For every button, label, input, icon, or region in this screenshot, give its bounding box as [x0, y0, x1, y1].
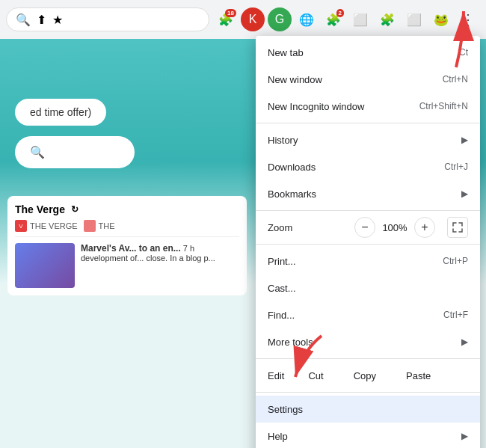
find-label: Find... — [268, 310, 443, 321]
browser-toolbar: 🔍 ⬆ ★ 🧩18 K G 🌐 🧩2 ⬜ 🧩 ⬜ 🐸 ⋮ — [0, 0, 486, 39]
verge-tab-2-label: THE — [99, 221, 115, 230]
cast-label: Cast... — [268, 283, 468, 294]
menu-item-settings[interactable]: Settings — [256, 396, 480, 423]
verge-tabs: V THE VERGE THE — [15, 220, 239, 237]
extension-icon-7[interactable]: 🧩 — [375, 7, 399, 31]
zoom-label: Zoom — [268, 222, 354, 233]
verge-logo: V — [15, 220, 27, 232]
limited-offer-text: ed time offer) — [30, 106, 91, 118]
divider-1 — [256, 123, 480, 123]
context-menu: New tab Ct New window Ctrl+N New Incogni… — [256, 36, 480, 448]
settings-label: Settings — [268, 404, 468, 415]
zoom-row: Zoom − 100% + — [256, 214, 480, 241]
verge-tab-1-label: THE VERGE — [30, 221, 78, 230]
more-tools-label: More tools — [268, 337, 461, 348]
bookmark-icon: ★ — [52, 13, 63, 27]
zoom-controls: − 100% + — [354, 217, 468, 238]
zoom-minus-button[interactable]: − — [354, 217, 375, 238]
menu-item-new-tab[interactable]: New tab Ct — [256, 39, 480, 66]
verge-header: The Verge ↻ — [15, 203, 239, 215]
verge-tab2-logo — [84, 220, 96, 232]
extension-icon-8[interactable]: ⬜ — [402, 7, 426, 31]
bookmarks-arrow-icon: ▶ — [461, 188, 468, 199]
edit-label: Edit — [268, 370, 284, 381]
extension-icon-1[interactable]: 🧩18 — [214, 7, 238, 31]
menu-item-bookmarks[interactable]: Bookmarks ▶ — [256, 180, 480, 207]
menu-item-more-tools[interactable]: More tools ▶ — [256, 328, 480, 355]
print-label: Print... — [268, 256, 443, 267]
new-window-label: New window — [268, 74, 443, 85]
divider-2 — [256, 210, 480, 211]
incognito-label: New Incognito window — [268, 101, 419, 112]
zoom-plus-button[interactable]: + — [414, 217, 435, 238]
divider-3 — [256, 244, 480, 245]
cut-button[interactable]: Cut — [296, 367, 335, 384]
zoom-icon: 🔍 — [16, 13, 31, 27]
edit-row: Edit Cut Copy Paste — [256, 362, 480, 389]
toolbar-icons: 🧩18 K G 🌐 🧩2 ⬜ 🧩 ⬜ 🐸 ⋮ — [214, 7, 480, 31]
verge-tab-1[interactable]: V THE VERGE — [15, 220, 78, 232]
menu-item-print[interactable]: Print... Ctrl+P — [256, 248, 480, 274]
article-row: Marvel's Av... to an en... 7 h developme… — [15, 243, 239, 288]
address-bar[interactable]: 🔍 ⬆ ★ — [6, 7, 209, 31]
zoom-value: 100% — [381, 222, 408, 233]
help-arrow-icon: ▶ — [461, 431, 468, 441]
print-shortcut: Ctrl+P — [443, 256, 468, 266]
new-tab-label: New tab — [268, 47, 459, 58]
menu-item-cast[interactable]: Cast... — [256, 274, 480, 301]
verge-tab-2[interactable]: THE — [84, 220, 115, 232]
extension-icon-6[interactable]: ⬜ — [348, 7, 372, 31]
verge-section: The Verge ↻ V THE VERGE THE Marvel's Av.… — [7, 196, 247, 295]
menu-button[interactable]: ⋮ — [456, 7, 480, 31]
share-icon: ⬆ — [37, 13, 46, 27]
extension-badge-1: 18 — [225, 9, 236, 17]
verge-title: The Verge — [15, 203, 65, 215]
extension-icon-3[interactable]: G — [268, 7, 292, 31]
menu-item-downloads[interactable]: Downloads Ctrl+J — [256, 153, 480, 180]
article-meta: 7 h — [183, 244, 194, 253]
menu-item-history[interactable]: History ▶ — [256, 126, 480, 153]
menu-item-incognito[interactable]: New Incognito window Ctrl+Shift+N — [256, 93, 480, 120]
paste-button[interactable]: Paste — [394, 367, 443, 384]
menu-item-new-window[interactable]: New window Ctrl+N — [256, 66, 480, 93]
bookmarks-label: Bookmarks — [268, 188, 461, 200]
extension-icon-2[interactable]: K — [241, 7, 265, 31]
search-icon: 🔍 — [30, 145, 45, 159]
history-label: History — [268, 135, 461, 146]
more-tools-arrow-icon: ▶ — [461, 337, 468, 347]
extension-icon-4[interactable]: 🌐 — [295, 7, 319, 31]
incognito-shortcut: Ctrl+Shift+N — [419, 101, 468, 111]
extension-icon-9[interactable]: 🐸 — [429, 7, 453, 31]
article-image — [15, 243, 75, 288]
refresh-icon[interactable]: ↻ — [71, 204, 79, 215]
extension-badge-2: 2 — [336, 9, 344, 17]
find-shortcut: Ctrl+F — [443, 310, 468, 320]
new-window-shortcut: Ctrl+N — [443, 74, 468, 85]
help-label: Help — [268, 431, 461, 442]
article-title: Marvel's Av... to an en... — [81, 243, 181, 254]
new-tab-shortcut: Ct — [459, 47, 468, 58]
zoom-fullscreen-button[interactable] — [447, 217, 468, 238]
fullscreen-icon — [452, 222, 463, 233]
copy-button[interactable]: Copy — [342, 367, 388, 384]
extension-icon-5[interactable]: 🧩2 — [322, 7, 345, 31]
menu-item-find[interactable]: Find... Ctrl+F — [256, 301, 480, 328]
limited-offer-banner: ed time offer) — [15, 99, 106, 126]
article-text: Marvel's Av... to an en... 7 h developme… — [81, 243, 215, 288]
divider-4 — [256, 358, 480, 359]
downloads-shortcut: Ctrl+J — [444, 162, 468, 172]
downloads-label: Downloads — [268, 162, 444, 173]
menu-item-help[interactable]: Help ▶ — [256, 423, 480, 448]
divider-5 — [256, 392, 480, 393]
page-search-bar[interactable]: 🔍 — [15, 136, 135, 168]
history-arrow-icon: ▶ — [461, 135, 468, 145]
article-desc: development of... close. In a blog p... — [81, 254, 215, 263]
